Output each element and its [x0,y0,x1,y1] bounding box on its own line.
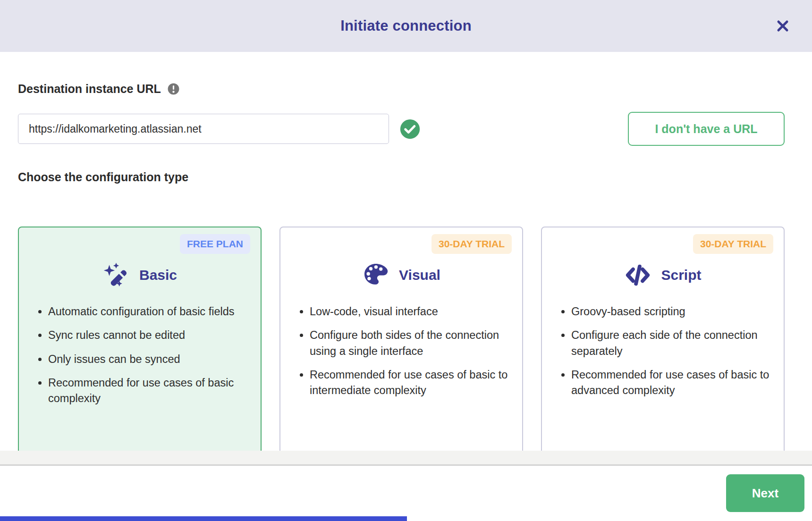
card-head: Visual [293,261,510,289]
modal-body: Destination instance URL I don't have a … [0,52,812,451]
card-bullet: Only issues can be synced [48,352,248,367]
background-page-strip [0,516,407,521]
card-bullet: Low-code, visual interface [310,304,510,319]
card-head: Script [554,261,771,289]
code-icon [624,261,651,289]
card-bullet: Recommended for use cases of basic to ad… [571,367,771,399]
magic-wand-icon [102,261,130,289]
modal-header: Initiate connection [0,0,812,52]
plan-badge: 30-DAY TRIAL [431,234,512,254]
card-title: Basic [139,267,177,283]
card-bullet: Configure both sides of the connection u… [310,328,510,359]
destination-url-label: Destination instance URL [18,82,161,96]
card-bullet: Recommended for use cases of basic to in… [310,367,510,399]
plan-badge: FREE PLAN [180,234,250,254]
card-bullet-list: Low-code, visual interfaceConfigure both… [293,304,510,399]
check-circle-icon [399,118,421,140]
close-button[interactable] [773,17,792,36]
card-title: Script [661,267,701,283]
config-card-basic[interactable]: FREE PLAN Basic Automatic configuration … [18,227,262,451]
modal-footer: Next [0,466,812,521]
no-url-button[interactable]: I don't have a URL [628,112,785,146]
card-bullet: Automatic configuration of basic fields [48,304,248,319]
modal-title: Initiate connection [340,17,472,34]
configuration-type-heading: Choose the configuration type [18,170,785,184]
card-title: Visual [399,267,440,283]
info-icon[interactable] [167,83,180,95]
destination-url-label-row: Destination instance URL [18,82,785,96]
card-head: Basic [31,261,248,289]
next-button[interactable]: Next [726,474,804,512]
destination-url-input[interactable] [18,114,389,144]
card-bullet-list: Groovy-based scriptingConfigure each sid… [554,304,771,399]
plan-badge: 30-DAY TRIAL [693,234,773,254]
config-cards: FREE PLAN Basic Automatic configuration … [18,227,785,451]
card-bullet-list: Automatic configuration of basic fieldsS… [31,304,248,407]
scroll-strip[interactable] [0,451,812,466]
card-bullet: Groovy-based scripting [571,304,771,319]
card-bullet: Configure each side of the connection se… [571,328,771,359]
card-bullet: Sync rules cannot be edited [48,328,248,343]
config-card-script[interactable]: 30-DAY TRIAL Script Groovy-based scripti… [541,227,785,451]
palette-icon [362,261,389,289]
url-row: I don't have a URL [18,112,785,146]
config-card-visual[interactable]: 30-DAY TRIAL Visual Low-code, visual int… [279,227,523,451]
close-icon [776,19,790,34]
card-bullet: Recommended for use cases of basic compl… [48,375,248,407]
